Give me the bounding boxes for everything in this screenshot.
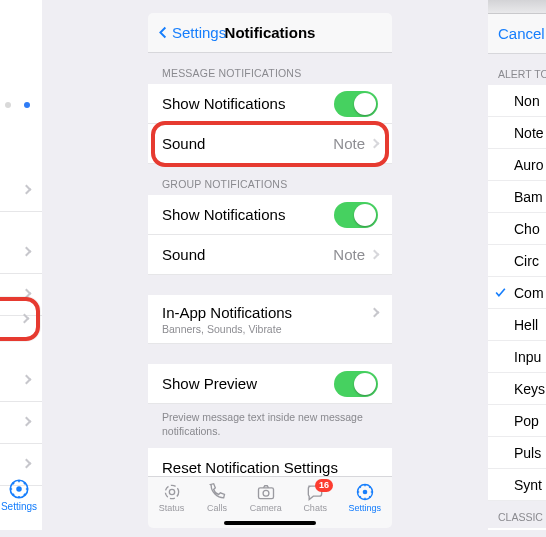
cancel-button[interactable]: Cancel: [498, 25, 545, 42]
cell-label: In-App Notifications: [162, 304, 292, 321]
tone-label: Pop: [514, 413, 539, 429]
section-header-group: GROUP NOTIFICATIONS: [148, 164, 392, 195]
tone-label: Puls: [514, 445, 541, 461]
chevron-right-icon: [370, 307, 380, 317]
tone-row[interactable]: Bam: [488, 181, 546, 213]
svg-point-5: [263, 490, 269, 496]
svg-point-3: [169, 489, 174, 494]
list-item[interactable]: [0, 360, 42, 402]
tone-row[interactable]: Pop: [488, 405, 546, 437]
section-header-alert-tones: ALERT TONES: [488, 54, 546, 85]
left-screen-partial: Settings: [0, 0, 42, 530]
nav-bar: Settings Notifications: [148, 13, 392, 53]
toggle-switch[interactable]: [334, 91, 378, 117]
back-label: Settings: [172, 24, 226, 41]
tab-camera[interactable]: Camera: [250, 482, 282, 513]
gear-icon: [354, 482, 376, 502]
chevron-right-icon: [20, 314, 30, 324]
tab-label: Status: [159, 503, 185, 513]
tone-list: NonNoteAuroBamChoCircComHellInpuKeysPopP…: [488, 85, 546, 501]
tone-row[interactable]: Non: [488, 85, 546, 117]
spacer: [148, 344, 392, 364]
nav-bar: Cancel: [488, 14, 546, 54]
tone-row[interactable]: Puls: [488, 437, 546, 469]
tone-row[interactable]: Circ: [488, 245, 546, 277]
tab-settings[interactable]: Settings: [349, 482, 382, 513]
tone-label: Circ: [514, 253, 539, 269]
list-item[interactable]: [0, 402, 42, 444]
switch-knob: [354, 204, 376, 226]
inapp-notifications-row[interactable]: In-App Notifications Banners, Sounds, Vi…: [148, 295, 392, 344]
chevron-right-icon: [22, 417, 32, 427]
cell-label: Sound: [162, 135, 205, 152]
toggle-switch[interactable]: [334, 371, 378, 397]
tab-calls[interactable]: Calls: [206, 482, 228, 513]
sheet-grabber: [488, 0, 546, 14]
svg-rect-4: [258, 488, 273, 499]
chevron-right-icon: [22, 459, 32, 469]
reset-label: Reset Notification Settings: [162, 459, 338, 476]
tone-label: Auro: [514, 157, 544, 173]
page-indicator-dot: [5, 102, 11, 108]
tone-label: Note: [514, 125, 544, 141]
tone-row[interactable]: Synt: [488, 469, 546, 501]
back-button[interactable]: Settings: [156, 24, 226, 41]
toggle-switch[interactable]: [334, 202, 378, 228]
tone-label: Cho: [514, 221, 540, 237]
tab-settings[interactable]: Settings: [0, 478, 38, 512]
tone-label: Keys: [514, 381, 545, 397]
chevron-right-icon: [22, 247, 32, 257]
tab-label: Chats: [303, 503, 327, 513]
section-header-message: MESSAGE NOTIFICATIONS: [148, 53, 392, 84]
switch-knob: [354, 373, 376, 395]
home-indicator: [224, 521, 316, 525]
tone-row[interactable]: Note: [488, 117, 546, 149]
highlighted-row[interactable]: [0, 297, 40, 341]
tone-row[interactable]: Com: [488, 277, 546, 309]
spacer: [148, 275, 392, 295]
sound-picker-screen-partial: Cancel ALERT TONES NonNoteAuroBamChoCirc…: [488, 0, 546, 530]
preview-footer: Preview message text inside new message …: [148, 404, 392, 448]
svg-point-1: [16, 486, 22, 492]
tone-row[interactable]: Cho: [488, 213, 546, 245]
chevron-right-icon: [370, 139, 380, 149]
chevron-left-icon: [156, 25, 171, 40]
tab-label: Camera: [250, 503, 282, 513]
tone-row[interactable]: Inpu: [488, 341, 546, 373]
switch-knob: [354, 93, 376, 115]
section-header-classic: CLASSIC: [488, 501, 546, 528]
tone-row[interactable]: Auro: [488, 149, 546, 181]
cell-subtitle: Banners, Sounds, Vibrate: [162, 323, 281, 335]
cell-label: Sound: [162, 246, 205, 263]
tab-settings-label: Settings: [0, 501, 38, 512]
chevron-right-icon: [22, 185, 32, 195]
tone-label: Com: [514, 285, 544, 301]
cell-value: Note: [333, 135, 365, 152]
gear-icon: [8, 478, 30, 500]
tone-row[interactable]: Hell: [488, 309, 546, 341]
tab-label: Settings: [349, 503, 382, 513]
cell-value: Note: [333, 246, 365, 263]
tone-label: Bam: [514, 189, 543, 205]
tab-chats[interactable]: 16 Chats: [303, 482, 327, 513]
status-icon: [161, 482, 183, 502]
list-item[interactable]: [0, 232, 42, 274]
msg-sound-row[interactable]: Sound Note: [148, 124, 392, 164]
grp-show-notifications-row[interactable]: Show Notifications: [148, 195, 392, 235]
tab-status[interactable]: Status: [159, 482, 185, 513]
svg-point-7: [362, 490, 367, 495]
check-icon: [494, 286, 507, 302]
list-item[interactable]: [0, 170, 42, 212]
cell-label: Show Notifications: [162, 95, 285, 112]
tone-row[interactable]: Keys: [488, 373, 546, 405]
cell-label: Show Notifications: [162, 206, 285, 223]
msg-show-notifications-row[interactable]: Show Notifications: [148, 84, 392, 124]
chevron-right-icon: [370, 250, 380, 260]
chevron-right-icon: [22, 375, 32, 385]
camera-icon: [255, 482, 277, 502]
tone-label: Synt: [514, 477, 542, 493]
show-preview-row[interactable]: Show Preview: [148, 364, 392, 404]
tone-label: Hell: [514, 317, 538, 333]
page-indicator-dot-active: [24, 102, 30, 108]
grp-sound-row[interactable]: Sound Note: [148, 235, 392, 275]
